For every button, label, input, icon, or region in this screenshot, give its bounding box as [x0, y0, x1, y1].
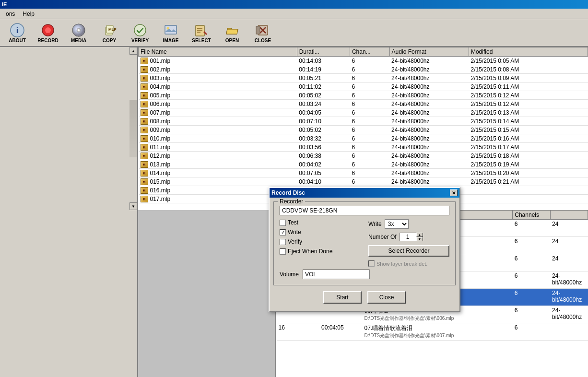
record-disc-dialog: Record Disc ✕ Recorder CDDVDW SE-218GN T… [269, 187, 460, 312]
dialog-title-bar: Record Disc ✕ [270, 188, 459, 198]
dialog-overlay: Record Disc ✕ Recorder CDDVDW SE-218GN T… [0, 0, 588, 377]
volume-label: Volume [280, 271, 299, 278]
dialog-body: Recorder CDDVDW SE-218GN Test Write [270, 198, 459, 311]
verify-label: Verify [288, 238, 302, 245]
number-of-row: Number Of ▲ ▼ [368, 233, 449, 241]
recorder-name: CDDVDW SE-218GN [280, 206, 449, 215]
test-label: Test [288, 219, 298, 226]
volume-input[interactable] [303, 270, 370, 279]
write-option: Write [280, 229, 361, 236]
group-label: Recorder [278, 198, 305, 205]
write-speed-label: Write [368, 221, 382, 227]
test-checkbox[interactable] [280, 220, 286, 226]
select-recorder-button[interactable]: Select Recorder [368, 245, 449, 257]
number-of-label: Number Of [368, 234, 397, 240]
recorder-group: Recorder CDDVDW SE-218GN Test Write [273, 201, 456, 285]
show-layer-checkbox[interactable] [368, 260, 375, 267]
eject-checkbox[interactable] [280, 248, 286, 255]
test-option: Test [280, 219, 361, 226]
number-of-input[interactable] [400, 233, 416, 241]
dialog-footer: Start Close [273, 289, 456, 307]
show-layer-row: Show layer break det. [368, 260, 449, 267]
show-layer-label: Show layer break det. [376, 261, 427, 267]
verify-checkbox[interactable] [280, 239, 286, 245]
eject-option: Eject When Done [280, 248, 361, 255]
number-of-spinbox: ▲ ▼ [400, 233, 423, 241]
write-speed-select[interactable]: 3x 2x 4x 8x [385, 219, 409, 229]
spin-down-button[interactable]: ▼ [416, 237, 423, 241]
write-checkbox[interactable] [280, 229, 286, 236]
start-button[interactable]: Start [323, 291, 362, 304]
dialog-title: Record Disc [271, 189, 305, 196]
spin-buttons: ▲ ▼ [416, 233, 423, 241]
close-dialog-button[interactable]: Close [367, 291, 406, 304]
verify-option: Verify [280, 238, 361, 245]
volume-row: Volume [280, 270, 449, 279]
eject-label: Eject When Done [288, 248, 332, 255]
write-speed-row: Write 3x 2x 4x 8x [368, 219, 449, 229]
write-label: Write [288, 229, 301, 236]
dialog-close-button[interactable]: ✕ [450, 189, 458, 196]
spin-up-button[interactable]: ▲ [416, 233, 423, 237]
